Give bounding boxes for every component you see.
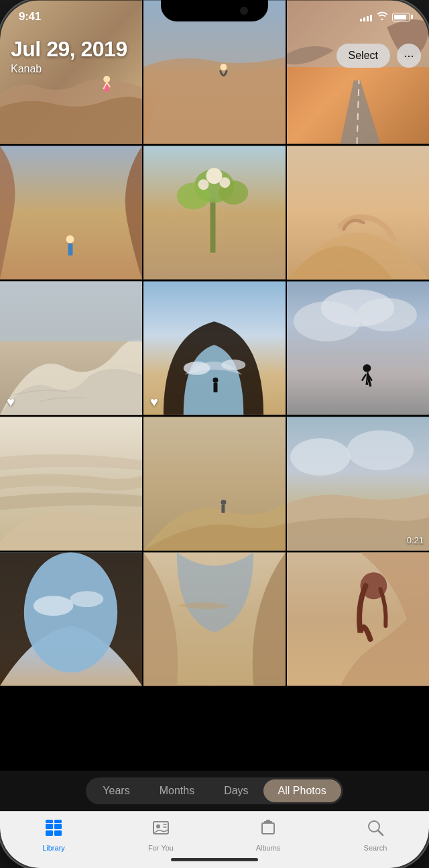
svg-rect-25: [214, 383, 218, 392]
status-time: 9:41: [19, 10, 41, 23]
svg-rect-50: [54, 830, 62, 836]
svg-point-43: [70, 591, 104, 607]
tab-library-label: Library: [42, 844, 65, 852]
photo-cell-17[interactable]: [143, 552, 286, 686]
status-icons: [360, 11, 410, 22]
tab-days[interactable]: Days: [209, 779, 263, 802]
svg-rect-56: [264, 821, 272, 823]
svg-point-1: [103, 76, 110, 83]
tab-years[interactable]: Years: [88, 779, 144, 802]
svg-rect-47: [46, 824, 53, 829]
more-button[interactable]: ···: [397, 44, 421, 68]
tab-foryou-label: For You: [148, 844, 174, 852]
svg-point-6: [220, 64, 227, 70]
photo-rows: ♥: [0, 0, 429, 686]
photo-cell-10[interactable]: [0, 417, 142, 551]
svg-point-38: [290, 438, 351, 476]
photo-row-3: ♥: [0, 281, 429, 415]
svg-rect-22: [0, 281, 142, 341]
svg-line-59: [378, 830, 383, 835]
signal-icon: [360, 12, 372, 21]
svg-rect-51: [46, 820, 53, 823]
foryou-icon: [151, 818, 170, 842]
svg-point-24: [213, 378, 219, 383]
photo-cell-7[interactable]: ♥: [0, 281, 142, 415]
svg-point-10: [66, 235, 74, 243]
video-duration-badge: 0:21: [407, 535, 424, 545]
photo-row-4: 0:21: [0, 417, 429, 551]
battery-fill: [394, 15, 406, 19]
photo-cell-6[interactable]: [287, 146, 429, 280]
main-content: ♥: [0, 0, 429, 868]
svg-point-42: [34, 596, 74, 616]
bottom-bar: Years Months Days All Photos: [0, 771, 429, 868]
header-buttons: Select ···: [336, 44, 421, 68]
library-icon: [44, 818, 63, 842]
filter-pill: Years Months Days All Photos: [86, 777, 343, 804]
wifi-icon: [377, 11, 387, 22]
svg-rect-11: [68, 243, 73, 256]
photo-grid: ♥: [0, 0, 429, 771]
svg-point-54: [156, 824, 160, 828]
svg-point-35: [221, 500, 226, 505]
svg-rect-57: [266, 820, 270, 821]
svg-point-26: [184, 362, 210, 375]
photo-cell-4[interactable]: [0, 146, 142, 280]
tab-library[interactable]: Library: [27, 818, 80, 852]
battery-icon: [392, 13, 410, 21]
photo-cell-9[interactable]: [287, 281, 429, 415]
albums-icon: [259, 818, 278, 842]
favorite-icon-7: ♥: [7, 394, 15, 410]
more-icon: ···: [404, 49, 414, 63]
svg-point-27: [221, 360, 245, 370]
photo-cell-8[interactable]: ♥: [143, 281, 286, 415]
phone-screen: 9:41: [0, 0, 429, 868]
svg-point-18: [198, 179, 209, 190]
tab-months[interactable]: Months: [145, 779, 209, 802]
tab-search-label: Search: [364, 844, 387, 852]
tab-all-photos[interactable]: All Photos: [263, 779, 341, 802]
tab-search[interactable]: Search: [349, 818, 402, 852]
photo-cell-11[interactable]: [143, 417, 286, 551]
search-icon: [366, 818, 385, 842]
svg-rect-48: [54, 824, 62, 829]
svg-point-41: [24, 552, 117, 672]
photo-row-2: [0, 146, 429, 280]
select-button[interactable]: Select: [336, 44, 390, 68]
svg-point-19: [219, 177, 230, 188]
svg-rect-55: [262, 823, 274, 834]
phone-frame: 9:41: [0, 0, 429, 868]
tab-albums-label: Albums: [256, 844, 281, 852]
notch: [161, 0, 268, 21]
svg-rect-36: [221, 505, 225, 513]
filter-tabs: Years Months Days All Photos: [0, 771, 429, 811]
svg-rect-52: [54, 820, 62, 823]
photo-cell-5[interactable]: [143, 146, 286, 280]
tab-albums[interactable]: Albums: [241, 818, 295, 852]
svg-rect-13: [210, 199, 216, 253]
svg-point-32: [363, 364, 371, 372]
photo-cell-16[interactable]: [0, 552, 142, 686]
svg-rect-9: [0, 146, 142, 279]
home-indicator: [171, 858, 258, 861]
photo-cell-12[interactable]: 0:21: [287, 417, 429, 551]
svg-point-39: [347, 430, 414, 470]
front-camera: [240, 7, 248, 15]
photo-cell-18[interactable]: [287, 552, 429, 686]
tab-for-you[interactable]: For You: [134, 818, 188, 852]
svg-rect-49: [46, 830, 53, 836]
photo-row-5: [0, 552, 429, 686]
favorite-icon-8: ♥: [150, 394, 158, 410]
svg-point-31: [321, 289, 394, 327]
